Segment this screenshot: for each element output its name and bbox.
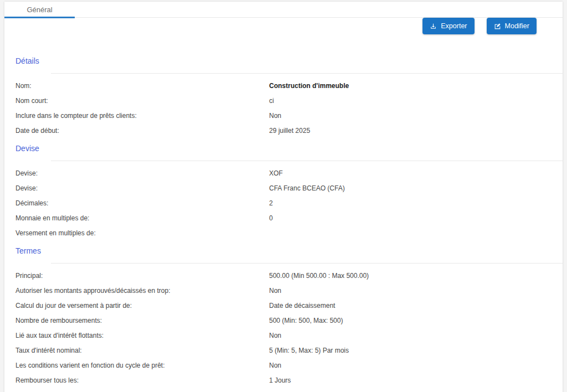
section-details: DétailsNom:Construction d'immeubleNom co… [4,56,563,138]
row-label: Décimales: [16,199,269,207]
detail-row: Versement en multiples de: [4,225,563,240]
detail-row: Nombre de remboursements:500 (Min: 500, … [4,313,563,328]
row-label: Taux d'intérêt nominal: [16,347,269,354]
row-label: Lié aux taux d'intérêt flottants: [16,332,269,339]
row-label: Versement en multiples de: [16,229,269,237]
row-label: Nombre de remboursements: [16,317,269,324]
detail-row: Décimales:2 [4,195,563,210]
row-value: 500 (Min: 500, Max: 500) [269,317,343,324]
row-value: Non [269,362,281,369]
product-detail-card: Général Exporter Modifier DétailsNo [4,2,563,392]
action-toolbar: Exporter Modifier [4,18,563,34]
row-value: Date de décaissement [269,302,335,310]
row-value: 0 [269,214,273,222]
edit-button-label: Modifier [505,22,529,30]
detail-row: Principal:500.00 (Min 500.00 : Max 500.0… [4,268,563,283]
detail-row: Inclure dans le compteur de prêts client… [4,108,563,123]
detail-row: Taux d'intérêt nominal:5 (Min: 5, Max: 5… [4,343,563,358]
row-label: Nom: [16,82,269,90]
row-label: Calcul du jour de versement à partir de: [16,302,269,310]
row-value: Non [269,332,281,339]
row-label: Devise: [16,184,269,192]
detail-row: Autoriser les montants approuvés/décaiss… [4,283,563,298]
section-termes: TermesPrincipal:500.00 (Min 500.00 : Max… [4,246,563,388]
section-rows: Devise:XOFDevise:CFA Franc BCEAO (CFA)Dé… [4,166,563,240]
edit-icon [494,23,501,30]
section-rows: Nom:Construction d'immeubleNom court:ciI… [4,78,563,138]
export-button-label: Exporter [441,22,467,30]
section-divider [51,263,563,264]
row-value: 5 (Min: 5, Max: 5) Par mois [269,347,349,354]
section-devise: DeviseDevise:XOFDevise:CFA Franc BCEAO (… [4,144,563,240]
detail-row: Monnaie en multiples de:0 [4,210,563,225]
row-value: CFA Franc BCEAO (CFA) [269,184,345,192]
section-divider [51,73,563,74]
row-label: Devise: [16,169,269,177]
tab-general-label: Général [27,6,52,14]
detail-row: Nom:Construction d'immeuble [4,78,563,93]
section-title-devise: Devise [16,144,563,153]
row-label: Inclure dans le compteur de prêts client… [16,112,269,120]
row-value: Non [269,287,281,295]
section-title-termes: Termes [16,246,563,255]
row-value: ci [269,97,274,105]
detail-row: Date de début:29 juillet 2025 [4,123,563,138]
row-label: Les conditions varient en fonction du cy… [16,362,269,369]
detail-row: Calcul du jour de versement à partir de:… [4,298,563,313]
detail-row: Les conditions varient en fonction du cy… [4,358,563,373]
export-button[interactable]: Exporter [422,18,474,34]
detail-row: Nom court:ci [4,93,563,108]
active-tab-indicator [4,17,75,18]
row-label: Rembourser tous les: [16,376,269,384]
download-icon [430,23,437,30]
tab-bar: Général [4,2,563,18]
detail-row: Devise:XOF [4,166,563,180]
detail-row: Rembourser tous les:1 Jours [4,373,563,388]
sections-container: DétailsNom:Construction d'immeubleNom co… [4,34,563,388]
row-value: Construction d'immeuble [269,82,349,90]
row-label: Nom court: [16,97,269,105]
row-label: Principal: [16,272,269,280]
row-value: 2 [269,199,273,207]
detail-row: Devise:CFA Franc BCEAO (CFA) [4,180,563,195]
row-value: 500.00 (Min 500.00 : Max 500.00) [269,272,369,280]
section-title-details: Détails [16,56,563,65]
row-value: Non [269,112,281,120]
row-label: Date de début: [16,127,269,135]
row-label: Monnaie en multiples de: [16,214,269,222]
section-divider [51,161,563,161]
row-value: XOF [269,169,283,177]
tab-general[interactable]: Général [4,2,75,18]
row-label: Autoriser les montants approuvés/décaiss… [16,287,269,295]
row-value: 1 Jours [269,376,291,384]
section-rows: Principal:500.00 (Min 500.00 : Max 500.0… [4,268,563,388]
row-value: 29 juillet 2025 [269,127,310,135]
detail-row: Lié aux taux d'intérêt flottants:Non [4,328,563,343]
edit-button[interactable]: Modifier [487,18,537,34]
